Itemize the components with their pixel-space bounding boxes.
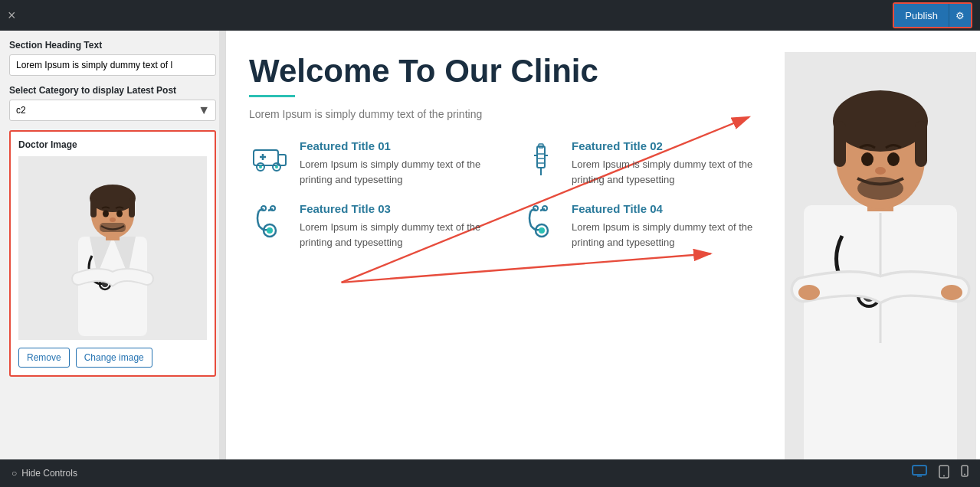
svg-rect-22 [915, 121, 927, 167]
right-panel: Welcome To Our Clinic Lorem Ipsum is sim… [226, 31, 980, 459]
svg-point-55 [270, 206, 275, 211]
svg-point-59 [533, 206, 538, 211]
category-select-wrapper: c1 c2 c3 ▼ [9, 100, 216, 121]
stethoscope-icon-2 [521, 202, 561, 242]
svg-point-68 [964, 474, 965, 476]
page-subtitle: Lorem Ipsum is simply dummy text of the … [249, 108, 785, 120]
category-label: Select Category to display Latest Post [9, 85, 216, 96]
doctor-image-preview [18, 156, 207, 340]
svg-point-39 [259, 165, 262, 168]
svg-point-9 [103, 211, 109, 217]
svg-point-11 [110, 217, 116, 222]
doctor-right-figure [785, 52, 976, 459]
svg-point-30 [941, 285, 962, 300]
svg-point-20 [833, 90, 928, 152]
feature-content-2: Featured Title 02 Lorem Ipsum is simply … [572, 139, 770, 187]
tablet-view-icon[interactable] [939, 465, 949, 482]
remove-image-button[interactable]: Remove [18, 348, 70, 368]
svg-point-53 [261, 206, 266, 211]
feature-item-2: Featured Title 02 Lorem Ipsum is simply … [521, 139, 770, 187]
doctor-svg [63, 160, 162, 336]
title-underline [249, 95, 295, 97]
desktop-view-icon[interactable] [912, 465, 927, 482]
feature-title-1: Featured Title 01 [300, 139, 498, 152]
image-btn-row: Remove Change image [18, 348, 207, 368]
hide-controls-label: Hide Controls [21, 468, 77, 479]
left-panel: Section Heading Text Select Category to … [0, 31, 226, 459]
bottom-icons [912, 465, 969, 482]
feature-desc-3: Lorem Ipsum is simply dummy text of the … [300, 220, 498, 250]
feature-item-4: Featured Title 04 Lorem Ipsum is simply … [521, 202, 770, 250]
svg-point-66 [943, 476, 945, 477]
content-area: Welcome To Our Clinic Lorem Ipsum is sim… [249, 54, 785, 250]
feature-title-4: Featured Title 04 [572, 202, 770, 215]
top-bar: × Publish ⚙ [0, 0, 980, 31]
eye-icon: ○ [11, 468, 17, 479]
svg-point-25 [875, 167, 886, 175]
section-heading-label: Section Heading Text [9, 40, 216, 51]
svg-line-33 [342, 253, 711, 283]
syringe-icon [521, 139, 561, 179]
feature-content-3: Featured Title 03 Lorem Ipsum is simply … [300, 202, 498, 250]
svg-point-41 [275, 165, 278, 168]
svg-point-51 [267, 227, 273, 234]
close-button[interactable]: × [8, 8, 16, 24]
hide-controls-button[interactable]: ○ Hide Controls [11, 468, 77, 479]
stethoscope-icon-1 [249, 202, 289, 242]
feature-desc-2: Lorem Ipsum is simply dummy text of the … [572, 157, 770, 187]
feature-content-1: Featured Title 01 Lorem Ipsum is simply … [300, 139, 498, 187]
mobile-view-icon[interactable] [961, 465, 969, 482]
svg-point-29 [798, 285, 820, 300]
svg-rect-21 [834, 121, 846, 167]
scrollbar[interactable] [219, 31, 225, 459]
category-select[interactable]: c1 c2 c3 [9, 100, 216, 121]
svg-rect-7 [90, 198, 97, 217]
svg-point-23 [861, 152, 873, 166]
publish-group: Publish ⚙ [893, 2, 972, 28]
doctor-image-label: Doctor Image [18, 139, 207, 150]
gear-icon: ⚙ [955, 10, 965, 21]
feature-desc-1: Lorem Ipsum is simply dummy text of the … [300, 157, 498, 187]
svg-point-61 [542, 206, 547, 211]
feature-item-1: Featured Title 01 Lorem Ipsum is simply … [249, 139, 498, 187]
bottom-bar: ○ Hide Controls [0, 459, 980, 487]
svg-rect-42 [537, 146, 545, 168]
change-image-button[interactable]: Change image [76, 348, 152, 368]
svg-rect-62 [913, 466, 926, 475]
feature-item-3: Featured Title 03 Lorem Ipsum is simply … [249, 202, 498, 250]
feature-title-2: Featured Title 02 [572, 139, 770, 152]
feature-content-4: Featured Title 04 Lorem Ipsum is simply … [572, 202, 770, 250]
svg-rect-8 [129, 198, 135, 217]
doctor-right-svg [785, 52, 976, 459]
features-grid: Featured Title 01 Lorem Ipsum is simply … [249, 139, 770, 250]
svg-point-10 [116, 211, 123, 217]
section-heading-input[interactable] [9, 54, 216, 76]
doctor-right-image [781, 31, 980, 459]
feature-title-3: Featured Title 03 [300, 202, 498, 215]
svg-point-24 [887, 152, 900, 166]
svg-point-57 [539, 227, 545, 234]
doctor-image-section: Doctor Image [9, 130, 216, 377]
page-title: Welcome To Our Clinic [249, 54, 785, 89]
publish-button[interactable]: Publish [894, 4, 949, 27]
svg-rect-12 [100, 223, 126, 232]
feature-desc-4: Lorem Ipsum is simply dummy text of the … [572, 220, 770, 250]
settings-button[interactable]: ⚙ [949, 4, 971, 27]
ambulance-icon [249, 139, 289, 179]
main-area: Section Heading Text Select Category to … [0, 31, 980, 459]
